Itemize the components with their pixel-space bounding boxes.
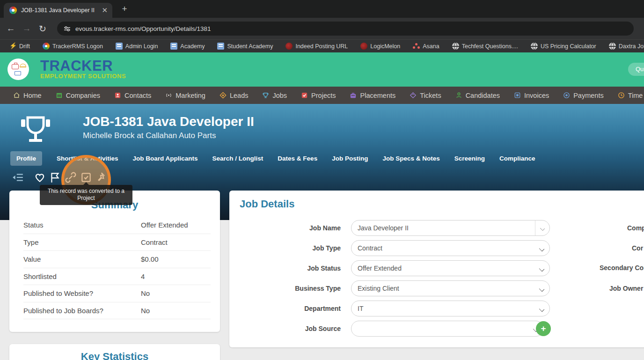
- business-type-label: Business Type: [234, 280, 341, 296]
- tab-screening[interactable]: Screening: [454, 155, 485, 162]
- site-info-icon[interactable]: [64, 25, 71, 32]
- published-website-value: No: [141, 289, 150, 297]
- nav-placements[interactable]: Placements: [350, 92, 395, 99]
- tab-profile[interactable]: Profile: [10, 151, 42, 166]
- nav-projects[interactable]: Projects: [301, 92, 336, 99]
- briefcase-icon: [350, 92, 357, 99]
- back-icon[interactable]: ←: [3, 23, 19, 34]
- coin-icon: [563, 92, 570, 99]
- job-trophy-icon: [21, 116, 50, 144]
- job-name-input[interactable]: Java Developer II: [351, 220, 550, 236]
- job-name-label: Job Name: [234, 220, 341, 236]
- reload-icon[interactable]: ↻: [35, 23, 51, 34]
- bookmark-academy[interactable]: Academy: [170, 43, 205, 50]
- collapse-panel-icon[interactable]: [12, 171, 24, 184]
- job-source-select[interactable]: [351, 321, 544, 337]
- contact-label: Cor: [632, 240, 643, 256]
- tracker-logo-icon[interactable]: [7, 59, 29, 80]
- nav-leads[interactable]: Leads: [220, 92, 249, 99]
- building-icon: [56, 92, 63, 99]
- job-owner-label: Job Owner: [609, 280, 643, 296]
- tab-compliance[interactable]: Compliance: [499, 155, 535, 162]
- forward-icon[interactable]: →: [19, 23, 35, 34]
- nav-candidates[interactable]: Candidates: [455, 92, 500, 99]
- summary-panel: Summary StatusOffer Extended TypeContrac…: [9, 191, 220, 332]
- bookmark-logicmelon[interactable]: LogicMelon: [360, 43, 400, 50]
- tab-job-specs-notes[interactable]: Job Specs & Notes: [382, 155, 439, 162]
- bookmark-indeed-posting-url[interactable]: Indeed Posting URL: [285, 43, 348, 50]
- chevron-down-icon: [540, 226, 545, 231]
- nav-invoices[interactable]: Invoices: [514, 92, 549, 99]
- browser-tab[interactable]: JOB-1381 Java Developer II ✕: [4, 3, 112, 18]
- person-icon: [455, 92, 462, 99]
- job-name-dropdown-button[interactable]: [535, 220, 549, 235]
- globe-icon: [531, 43, 538, 50]
- tab-dates-fees[interactable]: Dates & Fees: [278, 155, 317, 162]
- nav-marketing[interactable]: Marketing: [165, 92, 205, 99]
- chevron-down-icon: [539, 266, 544, 272]
- key-statistics-title: Key Statistics: [9, 351, 220, 360]
- target-diamond-icon: [220, 92, 227, 99]
- document-icon: [217, 43, 224, 50]
- nav-payments[interactable]: Payments: [563, 92, 603, 99]
- favorite-heart-icon[interactable]: [34, 171, 46, 184]
- chevron-down-icon: [539, 307, 544, 312]
- tab-shortlist-activities[interactable]: Shortlist & Activities: [57, 155, 118, 162]
- invoice-icon: [514, 92, 521, 99]
- nav-jobs[interactable]: Jobs: [262, 92, 287, 99]
- nav-contacts[interactable]: Contacts: [114, 92, 151, 99]
- red-circle-icon: [360, 43, 367, 50]
- job-status-label: Job Status: [234, 260, 341, 276]
- bookmark-admin-login[interactable]: Admin Login: [116, 43, 158, 50]
- quick-button[interactable]: Quic: [628, 63, 644, 76]
- app-header: TRACKER EMPLOYMENT SOLUTIONS Quic: [0, 52, 644, 87]
- link-icon[interactable]: [65, 171, 77, 184]
- nav-companies[interactable]: Companies: [56, 92, 100, 99]
- page-subtitle: Michelle Brock at Callahan Auto Parts: [83, 131, 216, 140]
- nav-home[interactable]: Home: [13, 92, 42, 99]
- record-action-icons: [0, 171, 234, 185]
- url-text[interactable]: evous.tracker-rms.com/Opportunity/Detail…: [75, 25, 211, 32]
- bookmark-drift[interactable]: Drift: [9, 43, 30, 50]
- tracker-logo-text[interactable]: TRACKER EMPLOYMENT SOLUTIONS: [40, 59, 126, 80]
- bookmark-asana[interactable]: Asana: [413, 43, 439, 50]
- page-title: JOB-1381 Java Developer II: [83, 114, 254, 129]
- tab-search-longlist[interactable]: Search / Longlist: [212, 155, 263, 162]
- pin-icon[interactable]: [95, 171, 108, 184]
- job-type-label: Job Type: [234, 240, 341, 256]
- job-details-panel: Job Details Job Name Java Developer II J…: [229, 191, 644, 347]
- add-job-source-button[interactable]: +: [536, 321, 551, 336]
- type-value: Contract: [141, 238, 168, 246]
- chevron-down-icon: [539, 246, 544, 251]
- summary-row-value: Value$0.00: [23, 251, 211, 268]
- nav-time-expense[interactable]: Time & Expense: [618, 92, 644, 99]
- new-tab-button[interactable]: +: [119, 4, 130, 14]
- job-type-select[interactable]: Contract: [351, 240, 550, 256]
- bookmark-student-academy[interactable]: Student Academy: [217, 43, 273, 50]
- key-statistics-panel: Key Statistics: [9, 344, 220, 360]
- tab-job-board-applicants[interactable]: Job Board Applicants: [133, 155, 198, 162]
- browser-tab-strip: JOB-1381 Java Developer II ✕ +: [0, 0, 644, 18]
- main-navigation: Home Companies Contacts Marketing Leads …: [0, 87, 644, 104]
- bookmark-trackerrms-logon[interactable]: TrackerRMS Logon: [43, 43, 103, 50]
- business-type-select[interactable]: Existing Client: [351, 280, 550, 296]
- tab-job-posting[interactable]: Job Posting: [332, 155, 368, 162]
- bookmark-daxtra-jobboard[interactable]: Daxtra Jobboard Int...: [609, 43, 644, 50]
- shortlisted-value: 4: [141, 272, 145, 280]
- globe-icon: [609, 43, 616, 50]
- bookmark-techfest-questions[interactable]: Techfest Questions....: [452, 43, 518, 50]
- flag-icon[interactable]: [49, 171, 61, 184]
- summary-row-status: StatusOffer Extended: [23, 217, 211, 234]
- bookmark-us-pricing-calculator[interactable]: US Pricing Calculator: [531, 43, 596, 50]
- trackerrms-favicon-icon: [9, 7, 17, 14]
- url-bar[interactable]: evous.tracker-rms.com/Opportunity/Detail…: [57, 22, 634, 36]
- job-source-label: Job Source: [234, 321, 341, 337]
- home-icon: [13, 92, 20, 99]
- department-select[interactable]: IT: [351, 301, 550, 316]
- contact-card-icon: [114, 92, 121, 99]
- asana-dots-icon: [413, 43, 420, 50]
- company-label: Comp: [627, 220, 644, 236]
- tab-close-icon[interactable]: ✕: [102, 6, 108, 15]
- nav-tickets[interactable]: Tickets: [410, 92, 441, 99]
- job-status-select[interactable]: Offer Extended: [351, 260, 550, 276]
